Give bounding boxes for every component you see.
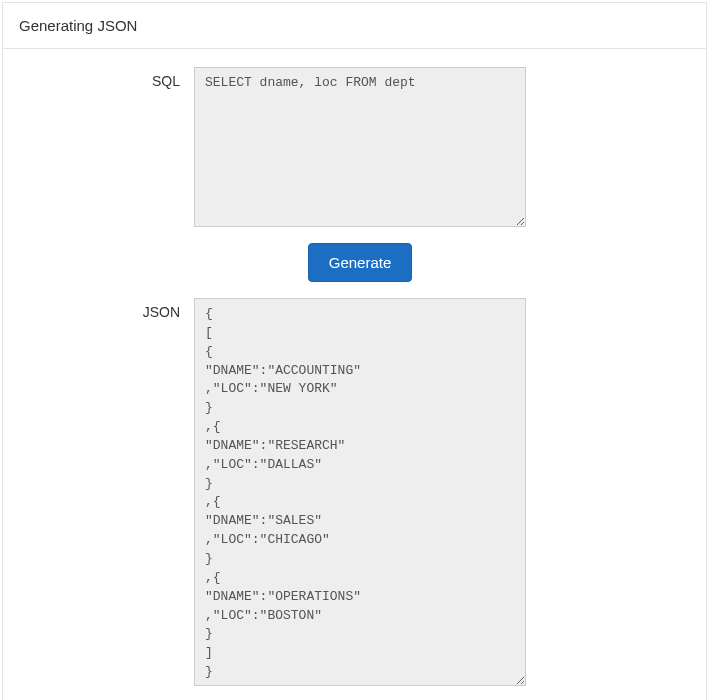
generate-button[interactable]: Generate <box>308 243 413 282</box>
panel: Generating JSON SQL Generate JSON <box>2 2 707 700</box>
json-row: JSON <box>19 298 690 690</box>
button-row: Generate <box>194 243 526 282</box>
json-output[interactable] <box>194 298 526 686</box>
json-control-wrap <box>194 298 526 690</box>
sql-input[interactable] <box>194 67 526 227</box>
panel-body: SQL Generate JSON <box>3 49 706 700</box>
sql-control-wrap <box>194 67 526 231</box>
panel-header: Generating JSON <box>3 3 706 49</box>
sql-row: SQL <box>19 67 690 231</box>
json-label: JSON <box>19 298 194 320</box>
page-title: Generating JSON <box>19 17 690 34</box>
sql-label: SQL <box>19 67 194 89</box>
